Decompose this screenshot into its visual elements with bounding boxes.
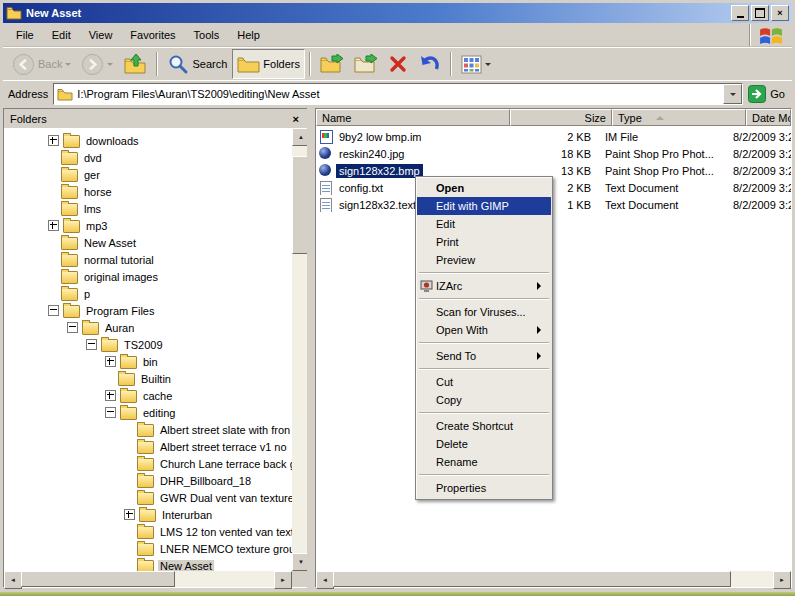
forward-dropdown-icon[interactable] <box>107 63 113 69</box>
minimize-button[interactable] <box>731 5 749 21</box>
views-dropdown-icon[interactable] <box>485 63 491 69</box>
tree-item[interactable]: downloads <box>4 132 292 149</box>
menu-item-edit[interactable]: Edit <box>43 26 80 44</box>
context-menu-item-print[interactable]: Print <box>417 233 551 251</box>
back-button[interactable]: Back <box>7 49 76 79</box>
tree-item[interactable]: Auran <box>4 319 292 336</box>
file-row[interactable]: sign128x32.bmp13 KBPaint Shop Pro Phot..… <box>316 162 791 179</box>
tree-item[interactable]: horse <box>4 183 292 200</box>
tree-expander-icon[interactable] <box>105 356 116 367</box>
tree-item[interactable]: dvd <box>4 149 292 166</box>
go-button[interactable]: Go <box>748 85 787 103</box>
files-horizontal-scrollbar[interactable]: ◄ ► <box>316 571 791 587</box>
context-menu-item-edit[interactable]: Edit <box>417 215 551 233</box>
context-menu-item-scan-for-viruses[interactable]: Scan for Viruses... <box>417 303 551 321</box>
scroll-right-icon[interactable]: ► <box>773 571 791 589</box>
context-menu-item-open-with[interactable]: Open With <box>417 321 551 339</box>
address-input[interactable]: I:\Program Files\Auran\TS2009\editing\Ne… <box>53 83 743 105</box>
file-row[interactable]: 9by2 low bmp.im2 KBIM File8/2/2009 3:20 … <box>316 128 791 145</box>
menu-item-tools[interactable]: Tools <box>185 26 229 44</box>
folders-button[interactable]: Folders <box>232 49 305 79</box>
tree-item[interactable]: Church Lane terrace back g <box>4 455 292 472</box>
tree-item[interactable]: mp3 <box>4 217 292 234</box>
column-header-name[interactable]: Name <box>316 109 510 126</box>
context-menu-item-open[interactable]: Open <box>417 179 551 197</box>
context-menu-item-create-shortcut[interactable]: Create Shortcut <box>417 417 551 435</box>
move-to-button[interactable] <box>315 49 349 79</box>
copy-to-button[interactable] <box>349 49 383 79</box>
scrollbar-thumb[interactable] <box>333 571 731 587</box>
up-button[interactable] <box>118 49 152 79</box>
tree-item[interactable]: normal tutorial <box>4 251 292 268</box>
context-menu-item-edit-with-gimp[interactable]: Edit with GIMP <box>417 197 551 215</box>
close-folders-pane-icon[interactable]: × <box>290 113 302 125</box>
maximize-button[interactable] <box>751 5 769 21</box>
close-button[interactable]: × <box>771 5 789 21</box>
tree-item[interactable]: LNER NEMCO texture group <box>4 540 292 557</box>
context-menu-item-izarc[interactable]: IZArc <box>417 277 551 295</box>
tree-item[interactable]: lms <box>4 200 292 217</box>
tree-item[interactable]: Builtin <box>4 370 292 387</box>
tree-item[interactable]: editing <box>4 404 292 421</box>
context-menu-item-copy[interactable]: Copy <box>417 391 551 409</box>
tree-expander-icon[interactable] <box>48 220 59 231</box>
tree-item[interactable]: LMS 12 ton vented van text <box>4 523 292 540</box>
delete-button[interactable] <box>383 49 413 79</box>
tree-item[interactable]: Albert street slate with fron <box>4 421 292 438</box>
file-row[interactable]: sign128x32.textu1 KBText Document8/2/200… <box>316 196 791 213</box>
menu-item-file[interactable]: File <box>7 26 43 44</box>
tree-expander-icon[interactable] <box>105 390 116 401</box>
file-row[interactable]: reskin240.jpg18 KBPaint Shop Pro Phot...… <box>316 145 791 162</box>
tree-item[interactable]: Interurban <box>4 506 292 523</box>
tree-item[interactable]: Albert street terrace v1 no <box>4 438 292 455</box>
scroll-right-icon[interactable]: ► <box>274 571 292 589</box>
tree-item[interactable]: TS2009 <box>4 336 292 353</box>
tree-expander-icon[interactable] <box>105 407 116 418</box>
tree-item[interactable]: bin <box>4 353 292 370</box>
undo-button[interactable] <box>413 49 446 79</box>
column-header-size[interactable]: Size <box>510 109 612 126</box>
tree-expander-icon[interactable] <box>48 135 59 146</box>
tree-item[interactable]: New Asset <box>4 557 292 571</box>
tree-item[interactable]: DHR_Billboard_18 <box>4 472 292 489</box>
scrollbar-thumb[interactable] <box>292 156 308 254</box>
pane-splitter[interactable] <box>307 106 315 589</box>
address-dropdown-button[interactable] <box>723 84 742 104</box>
tree-item[interactable]: original images <box>4 268 292 285</box>
context-menu-item-cut[interactable]: Cut <box>417 373 551 391</box>
scroll-left-icon[interactable]: ◄ <box>316 571 334 589</box>
file-row[interactable]: config.txt2 KBText Document8/2/2009 3:20… <box>316 179 791 196</box>
menu-item-view[interactable]: View <box>80 26 122 44</box>
context-menu-item-properties[interactable]: Properties <box>417 479 551 497</box>
menu-item-favorites[interactable]: Favorites <box>121 26 184 44</box>
column-header-date[interactable]: Date Modified <box>746 109 791 126</box>
tree-horizontal-scrollbar[interactable]: ◄ ► <box>4 571 292 587</box>
tree-vertical-scrollbar[interactable]: ▲ ▼ <box>292 128 308 571</box>
scrollbar-thumb[interactable] <box>21 571 175 587</box>
tree-item[interactable]: New Asset <box>4 234 292 251</box>
tree-item[interactable]: Program Files <box>4 302 292 319</box>
context-menu-item-rename[interactable]: Rename <box>417 453 551 471</box>
search-button[interactable]: Search <box>162 49 232 79</box>
folder-icon <box>139 509 156 522</box>
menu-item-help[interactable]: Help <box>228 26 269 44</box>
tree-expander-icon[interactable] <box>86 339 97 350</box>
tree-item[interactable]: GWR Dual vent van texture <box>4 489 292 506</box>
folder-icon <box>61 169 78 182</box>
views-button[interactable] <box>456 49 496 79</box>
tree-expander-icon[interactable] <box>67 322 78 333</box>
tree-item[interactable]: ger <box>4 166 292 183</box>
back-dropdown-icon[interactable] <box>65 63 71 69</box>
context-menu-item-delete[interactable]: Delete <box>417 435 551 453</box>
context-menu-item-preview[interactable]: Preview <box>417 251 551 269</box>
context-menu-item-send-to[interactable]: Send To <box>417 347 551 365</box>
forward-button[interactable] <box>76 49 118 79</box>
tree-item[interactable]: p <box>4 285 292 302</box>
folders-pane: Folders × downloadsdvdgerhorselmsmp3New … <box>3 108 309 588</box>
scroll-left-icon[interactable]: ◄ <box>4 571 22 589</box>
tree-expander-icon[interactable] <box>124 509 135 520</box>
column-header-type[interactable]: Type <box>612 109 746 126</box>
go-label: Go <box>770 88 785 100</box>
tree-item[interactable]: cache <box>4 387 292 404</box>
tree-expander-icon[interactable] <box>48 305 59 316</box>
